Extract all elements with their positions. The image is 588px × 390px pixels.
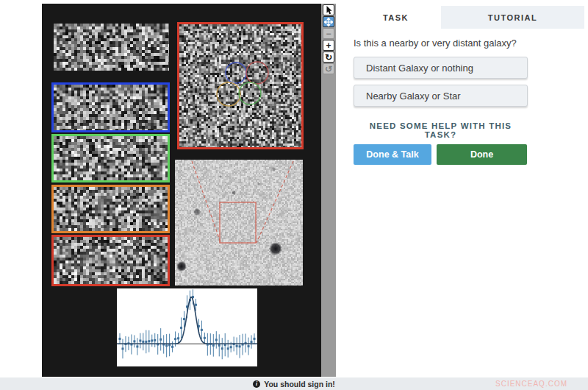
refresh-tool-button: ↺ xyxy=(323,63,334,74)
context-field-image[interactable] xyxy=(175,160,303,286)
rotate-tool-button[interactable]: ↻ xyxy=(323,52,334,63)
task-panel: TASK TUTORIAL Is this a nearby or very d… xyxy=(338,0,588,377)
signin-notice[interactable]: You should sign in! xyxy=(264,380,335,389)
cursor-tool-button[interactable] xyxy=(323,4,334,15)
zoom-out-tool-button: − xyxy=(323,28,334,39)
aperture-green xyxy=(239,82,261,104)
tab-task-label: TASK xyxy=(383,13,409,22)
task-question: Is this a nearby or very distant galaxy? xyxy=(354,38,574,49)
cutout-image-green[interactable] xyxy=(51,134,170,182)
cutout-image-red[interactable] xyxy=(51,235,170,286)
minus-icon: − xyxy=(326,29,331,38)
aperture-blue xyxy=(226,63,246,83)
cutout-image-plain[interactable] xyxy=(54,24,169,71)
zoom-region-overlay xyxy=(175,160,303,286)
cursor-icon xyxy=(325,6,333,15)
classification-app: − + ↻ ↺ TASK TUTORIAL Is this a nearby o… xyxy=(0,0,588,390)
watermark: SCIENCEAQ.COM xyxy=(495,380,567,388)
spectrum-plot xyxy=(117,288,257,366)
tab-task[interactable]: TASK xyxy=(351,6,441,29)
main-cutout-image[interactable] xyxy=(177,22,304,149)
cutout-image-blue[interactable] xyxy=(51,82,170,132)
move-icon xyxy=(324,18,333,26)
subject-viewer[interactable] xyxy=(42,4,321,377)
zoom-in-tool-button[interactable]: + xyxy=(323,40,334,51)
pan-tool-button[interactable] xyxy=(323,16,334,27)
zoom-connector-line xyxy=(192,161,220,242)
aperture-red xyxy=(246,62,268,84)
cutout-image-orange[interactable] xyxy=(51,185,170,233)
info-icon: i xyxy=(253,380,260,388)
viewer-toolbar: − + ↻ ↺ xyxy=(321,4,336,377)
done-button[interactable]: Done xyxy=(437,144,527,165)
tab-tutorial[interactable]: TUTORIAL xyxy=(441,6,584,29)
rotate-icon: ↻ xyxy=(325,53,332,62)
need-help-link[interactable]: NEED SOME HELP WITH THIS TASK? xyxy=(354,121,528,139)
zoom-connector-line xyxy=(257,161,293,243)
tab-bar: TASK TUTORIAL xyxy=(351,6,584,29)
answer-button-nearby-galaxy[interactable]: Nearby Galaxy or Star xyxy=(354,85,528,107)
answer-button-distant-galaxy[interactable]: Distant Galaxy or nothing xyxy=(354,57,528,79)
plus-icon: + xyxy=(326,41,331,50)
tab-tutorial-label: TUTORIAL xyxy=(488,13,537,22)
aperture-orange xyxy=(217,82,240,106)
aperture-circles-overlay xyxy=(179,24,301,147)
zoom-region-square xyxy=(220,202,256,243)
done-and-talk-button[interactable]: Done & Talk xyxy=(354,144,431,165)
refresh-icon: ↺ xyxy=(325,65,332,74)
